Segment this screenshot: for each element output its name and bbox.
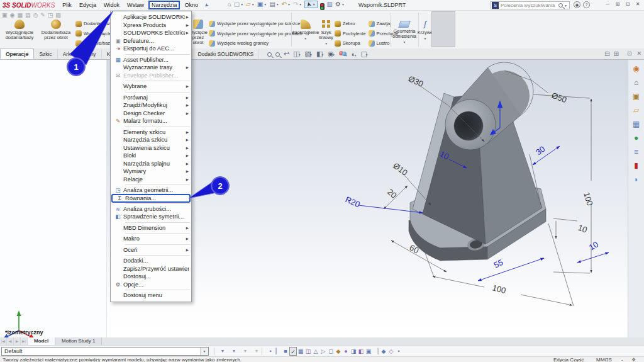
chevron-down-icon[interactable]: ▼ xyxy=(313,1,316,8)
design-library-icon[interactable]: ▣ xyxy=(633,93,640,101)
menubar-item-plik[interactable]: Plik xyxy=(59,1,75,9)
menu-item-wymiary[interactable]: Wymiary▶ xyxy=(111,167,191,176)
menu-item-wyznaczanie-trasy[interactable]: Wyznaczanie trasy▶ xyxy=(111,64,191,72)
chevron-down-icon[interactable]: ▼ xyxy=(200,348,208,355)
menu-item-relacje[interactable]: Relacje▶ xyxy=(111,176,191,184)
appearances-icon[interactable]: ● xyxy=(634,134,638,142)
menu-item-zapisz-przywróć-ustawienia[interactable]: Zapisz/Przywróć ustawienia... xyxy=(111,265,191,273)
zoom-area-icon[interactable] xyxy=(275,50,280,58)
view-palette-icon[interactable]: ▦ xyxy=(633,120,640,128)
tab-operacje[interactable]: Operacje xyxy=(0,48,34,59)
menu-item-envelope-publisher[interactable]: ✉Envelope Publisher... xyxy=(111,72,191,80)
ribbon-button[interactable]: Pochylenie xyxy=(335,30,366,38)
filter-icon-5[interactable]: ▦ xyxy=(297,347,304,356)
hide-show-items-icon[interactable]: ◉▼ xyxy=(328,50,335,58)
menu-item-oceń[interactable]: Oceń▶ xyxy=(111,246,191,254)
menubar-item-wstaw[interactable]: Wstaw xyxy=(124,1,147,9)
toolbar-icon-4[interactable]: ▤ xyxy=(25,12,31,18)
toolbar-icon-2[interactable]: ◉ xyxy=(10,12,15,18)
selection-filter-icon-1[interactable]: ▼ xyxy=(219,347,226,356)
filter-icon-9[interactable]: ◻ xyxy=(327,347,335,356)
home-icon[interactable]: ⌂ xyxy=(634,79,638,87)
menu-item-dostosuj[interactable]: Dostosuj... xyxy=(111,273,191,281)
tab-arkusz-blachy[interactable]: Arkusz blachy xyxy=(58,49,102,59)
menu-item-malarz-formatu[interactable]: ✎Malarz formatu... xyxy=(111,117,191,125)
chevron-down-icon[interactable]: ▼ xyxy=(341,1,345,8)
filter-icon-7[interactable]: △ xyxy=(312,347,319,356)
undo-icon[interactable]: ↶▼ xyxy=(282,1,291,8)
child-close-button[interactable]: ✕ xyxy=(636,50,641,57)
configuration-dropdown[interactable]: Default ▼ xyxy=(1,347,209,356)
tab-nav-arrow-1[interactable]: |◀ xyxy=(0,337,7,345)
filter-icon-18[interactable]: • xyxy=(395,347,402,356)
menu-item-opcje[interactable]: ⚙Opcje... xyxy=(111,281,191,289)
filter-icon-1[interactable]: • xyxy=(267,347,274,356)
ribbon-button[interactable]: Geometria odniesienia▼ xyxy=(391,19,418,48)
toolbar-icon-7[interactable]: ◳ xyxy=(48,12,53,18)
filter-icon-11[interactable]: ● xyxy=(342,347,350,356)
menu-item-równania[interactable]: ΣRównania... xyxy=(111,194,191,203)
menubar-item-okno[interactable]: Okno xyxy=(181,1,201,9)
child-restore-button[interactable]: ⊡ xyxy=(627,50,632,57)
menu-item-makro[interactable]: Makro▶ xyxy=(111,235,191,243)
toolbar-icon-8[interactable]: ▧ xyxy=(55,12,61,18)
filter-icon-15[interactable]: ▕ xyxy=(372,347,380,356)
ribbon-button[interactable]: Wycięcie według granicy xyxy=(209,39,303,47)
filter-icon-4[interactable]: ✓ xyxy=(289,347,297,356)
login-icon[interactable]: ◉ xyxy=(574,1,580,8)
save-icon[interactable]: ▣▼ xyxy=(257,1,267,8)
redo-icon[interactable]: ↷▼ xyxy=(293,1,302,8)
sw-resources-icon[interactable]: ◉ xyxy=(633,65,639,73)
ribbon-button[interactable]: Szyk liniowy▼ xyxy=(319,19,333,48)
previous-view-icon[interactable]: ↩ xyxy=(284,50,289,58)
status-units[interactable]: MMGS xyxy=(596,357,612,362)
menu-item-znajdź-modyfikuj[interactable]: Znajdź/Modyfikuj▶ xyxy=(111,101,191,110)
ribbon-button[interactable]: Wycięcie przez wyciągnięcie po profilach xyxy=(209,30,303,38)
display-style-icon[interactable]: ◧▼ xyxy=(316,50,324,58)
selection-filter-icon-3[interactable]: ▼ xyxy=(242,347,249,356)
menu-item-solidworks-electrical[interactable]: SOLIDWORKS Electrical▶ xyxy=(111,29,191,37)
pane-split-icon[interactable]: ⊟ xyxy=(604,50,609,57)
chevron-down-icon[interactable]: ▼ xyxy=(309,53,313,57)
selection-filter-icon-2[interactable]: ▼ xyxy=(230,347,238,356)
toolbar-icon-6[interactable]: ✎ xyxy=(40,12,45,18)
ribbon-button[interactable]: Zaokrąglenie▼ xyxy=(292,19,319,48)
chevron-down-icon[interactable]: ▼ xyxy=(403,40,406,45)
menu-item-eksportuj-do-aec[interactable]: ⇥Eksportuj do AEC... xyxy=(111,45,191,53)
filter-icon-14[interactable]: ▣ xyxy=(365,347,372,356)
filter-icon-12[interactable]: ◨ xyxy=(350,347,357,356)
options-gear-icon[interactable]: ⚙▼ xyxy=(335,1,345,8)
ribbon-button[interactable]: Wycięcie przez wyciągnięcie po ścieżce xyxy=(209,20,303,28)
menu-item-analiza-geometrii[interactable]: ◳Analiza geometrii... xyxy=(111,186,191,195)
menu-item-xpress-products[interactable]: Xpress Products▶ xyxy=(111,21,191,30)
menu-item-dodatki[interactable]: Dodatki... xyxy=(111,257,191,265)
chevron-down-icon[interactable]: ▼ xyxy=(299,1,302,8)
ribbon-button[interactable]: Żebro xyxy=(335,20,366,28)
chevron-down-icon[interactable]: ▼ xyxy=(304,36,307,41)
chevron-down-icon[interactable]: ▼ xyxy=(276,1,279,8)
menu-item-mbd-dimension[interactable]: MBD Dimension▶ xyxy=(111,224,191,232)
file-explorer-icon[interactable]: ▱ xyxy=(633,106,639,115)
chevron-down-icon[interactable]: ▼ xyxy=(287,1,291,8)
file-properties-icon[interactable]: ▥ xyxy=(327,1,333,8)
menu-item-bloki[interactable]: Bloki▶ xyxy=(111,152,191,160)
ribbon-button[interactable]: Dodanie/baza przez obrót xyxy=(38,19,74,48)
toolbar-icon-1[interactable]: ▣ xyxy=(2,12,8,18)
filter-icon-2[interactable]: ▏ xyxy=(274,347,282,356)
menubar-item-narzędzia[interactable]: Narzędzia xyxy=(148,1,180,9)
menu-item-wybrane[interactable]: Wybrane▶ xyxy=(111,82,191,91)
filter-icon-3[interactable]: ■ xyxy=(282,347,289,356)
maximize-button[interactable]: ⊞ xyxy=(613,1,622,7)
chevron-down-icon[interactable]: ▼ xyxy=(240,1,243,8)
menubar-item-edycja[interactable]: Edycja xyxy=(76,1,99,9)
menu-item-asset-publisher[interactable]: ▦Asset Publisher... xyxy=(111,56,191,64)
menu-item-dostosuj-menu[interactable]: Dostosuj menu xyxy=(111,291,191,300)
menu-item-defeature[interactable]: ▣Defeature... xyxy=(111,37,191,45)
tab-szkic[interactable]: Szkic xyxy=(34,49,57,59)
filter-icon-17[interactable]: ◇ xyxy=(387,347,395,356)
filter-icon-10[interactable]: ◆ xyxy=(335,347,342,356)
ribbon-button[interactable]: Skorupa xyxy=(335,39,366,47)
filter-icon-6[interactable]: ◫ xyxy=(304,347,312,356)
view-settings-icon[interactable]: ▢▼ xyxy=(360,50,368,58)
apply-scene-icon[interactable]: ◐▼ xyxy=(352,50,357,58)
